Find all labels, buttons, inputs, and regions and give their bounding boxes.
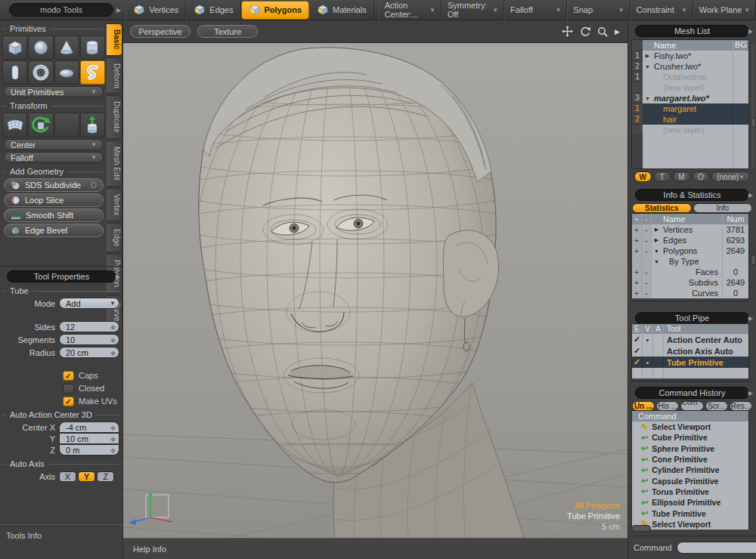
object-mode-button[interactable]: O [692,171,710,182]
spinner-icon[interactable]: ◆ [110,435,116,443]
falloff-dropdown-sidebar[interactable]: Falloff ▼ [4,152,104,163]
rotate-tool-button[interactable] [28,113,53,137]
vtab-edge[interactable]: Edge [107,223,122,252]
mesh-list-header[interactable]: Mesh List ▶ [635,25,749,37]
tab-materials[interactable]: Materials [309,0,374,20]
vtab-deform[interactable]: Deform [107,57,122,94]
mesh-col-name[interactable]: Name [652,40,733,51]
add-to-selection-button[interactable]: + [632,246,642,256]
expand-arrow-icon[interactable]: ▶ [652,227,662,233]
toolpipe-row-action-axis[interactable]: ✓ Action Axis Auto [632,345,748,357]
stats-scroll-nub[interactable] [751,255,756,265]
mesh-row-octahedron[interactable]: 1 Octahedron [632,72,748,82]
tab-edges[interactable]: Edges [186,0,240,20]
view-mode-dropdown[interactable]: Perspective [130,25,191,38]
torus-primitive-button[interactable] [28,60,53,85]
enabled-check-icon[interactable]: ✓ [632,357,643,368]
add-to-selection-button[interactable]: + [632,235,642,246]
tab-polygons[interactable]: Polygons [241,1,310,20]
panel-expand-icon[interactable]: ▶ [748,192,753,199]
ellipsoid-primitive-button[interactable] [54,60,79,85]
tube-primitive-button[interactable] [80,60,105,85]
center-x-field[interactable]: -4 cm ◆ [59,422,119,433]
snap-dropdown[interactable]: Snap▼ [567,0,630,20]
spinner-icon[interactable]: ◆ [110,336,116,344]
command-history-header[interactable]: Command History ▶ [635,387,749,399]
panel-expand-icon[interactable]: ▶ [748,28,753,35]
tab-statistics[interactable]: Statistics [632,203,692,213]
orbit-icon[interactable] [580,26,590,37]
spinner-icon[interactable]: ◆ [110,424,116,431]
mesh-row-hair[interactable]: 2 hair [632,114,748,125]
info-statistics-header[interactable]: Info & Statistics ▶ [635,189,749,201]
cylinder-primitive-button[interactable] [80,36,105,60]
spinner-icon[interactable]: ◆ [110,446,116,454]
history-item[interactable]: ↩Tube Primitive [632,508,748,518]
tab-vertices[interactable]: Vertices [125,0,186,20]
add-to-selection-button[interactable]: + [632,224,642,235]
work-plane-dropdown[interactable]: Work Plane▼ [693,0,756,20]
stats-row-vertices[interactable]: + - ▶ Vertices 3781 [632,224,748,235]
mesh-col-bg[interactable]: BG [733,40,748,51]
stats-row-faces[interactable]: + - Faces 0 [632,267,748,277]
vtab-duplicate[interactable]: Duplicate [107,95,122,139]
center-y-field[interactable]: 10 cm ◆ [59,433,119,444]
segments-field[interactable]: 10 ◆ [59,334,119,345]
remove-from-selection-button[interactable]: - [642,277,652,288]
collapse-arrow-icon[interactable]: ▼ [652,259,662,264]
add-to-selection-button[interactable]: + [632,267,642,277]
spinner-icon[interactable]: ◆ [110,349,116,357]
sds-subdivide-button[interactable]: SDS Subdivide D [4,178,104,192]
collapse-arrow-icon[interactable]: ▼ [643,61,652,72]
cube-primitive-button[interactable] [2,36,27,60]
stats-row-curves[interactable]: + - Curves 0 [632,288,748,298]
caps-checkbox[interactable]: ✓ [63,371,74,381]
make-uvs-checkbox[interactable]: ✓ [63,397,74,406]
unit-primitives-dropdown[interactable]: Unit Primitives ▼ [4,86,104,97]
panel-expand-icon[interactable]: ▶ [116,273,120,280]
zoom-icon[interactable] [597,26,608,37]
stats-row-edges[interactable]: + - ▶ Edges 6293 [632,235,748,246]
history-item[interactable]: ↩Sphere Primitive [632,443,748,454]
cone-primitive-button[interactable] [54,36,79,60]
history-item[interactable]: ↩Torus Primitive [632,486,748,497]
mesh-list-scroll-nub[interactable] [751,117,756,128]
mesh-row-margaret[interactable]: 1 margaret [632,103,748,114]
remove-from-selection-button[interactable]: - [642,235,652,246]
collapse-arrow-icon[interactable]: ▼ [652,249,662,254]
mesh-list-scrollbar[interactable] [751,43,755,168]
falloff-dropdown[interactable]: Falloff▼ [504,0,567,20]
axis-y-button[interactable]: Y [78,471,95,482]
command-column-header[interactable]: Command [632,411,748,422]
radius-field[interactable]: 20 cm ◆ [59,347,119,358]
center-dropdown[interactable]: Center ▼ [4,139,104,150]
center-z-field[interactable]: 0 m ◆ [59,444,119,456]
shading-mode-dropdown[interactable]: Texture [197,25,258,38]
bend-tool-button[interactable] [2,113,27,137]
mesh-row-crusher[interactable]: 2 ▼ Crusher.lwo* [632,61,748,72]
remove-from-selection-button[interactable]: - [642,224,652,235]
remove-from-selection-button[interactable]: - [642,246,652,256]
visible-dot-icon[interactable]: • [643,357,653,368]
enabled-check-icon[interactable]: ✓ [632,334,643,345]
loop-slice-button[interactable]: Loop Slice [4,193,104,207]
remove-from-selection-button[interactable]: - [642,288,652,298]
stats-row-subdivs[interactable]: + - Subdivs 2649 [632,277,748,288]
vtab-vertex[interactable]: Vertex [107,188,122,221]
mesh-row-margaret-file[interactable]: 3 ▼ margaret.lwo* [632,93,748,103]
stats-row-by-type[interactable]: . . ▼ By Type [632,256,748,267]
axis-x-button[interactable]: X [59,471,76,482]
mesh-row-new-layer-1[interactable]: (new layer) [632,82,748,93]
viewport-canvas[interactable]: All Polygons Tube Primitive 5 cm [123,43,627,538]
edge-bevel-button[interactable]: Edge Bevel [4,224,104,237]
none-dropdown[interactable]: (none) ▼ [711,171,750,182]
history-item[interactable]: ↩Capsule Primitive [632,475,748,486]
pan-icon[interactable] [562,26,573,37]
axis-z-button[interactable]: Z [97,471,114,482]
expand-arrow-icon[interactable]: ▶ [643,51,652,61]
mesh-row-fishy[interactable]: 1 ▶ Fishy.lwo* [632,51,748,61]
smooth-shift-button[interactable]: Smooth Shift [4,208,104,222]
stats-col-num[interactable]: Num [723,215,748,224]
vtab-basic[interactable]: Basic [107,23,122,56]
history-item[interactable]: ↩Cylinder Primitive [632,465,748,475]
